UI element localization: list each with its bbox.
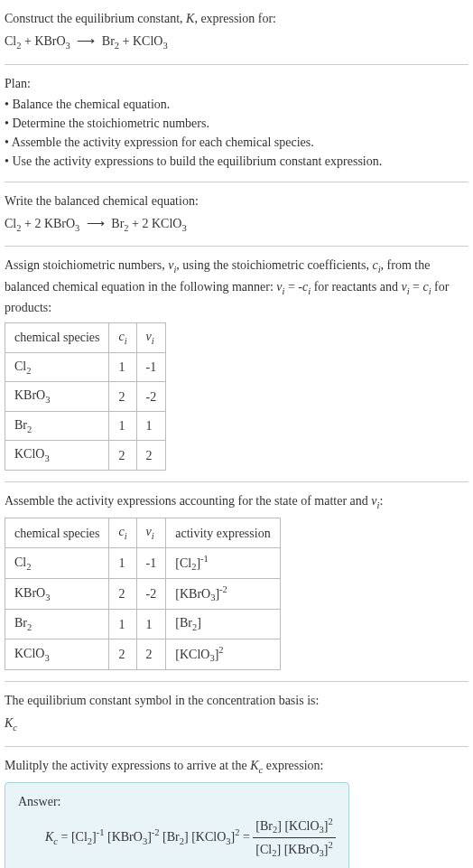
symbol-section: The equilibrium constant symbol in the c…: [5, 691, 468, 735]
table-row: chemical species ci νi: [5, 323, 166, 353]
numerator: [Br2] [KClO3]2: [253, 815, 335, 838]
cell-c: 1: [109, 411, 136, 441]
table-row: KBrO3 2 -2: [5, 382, 166, 412]
cell-c: 2: [109, 382, 136, 412]
cell-species: Cl2: [5, 548, 109, 579]
divider: [5, 481, 468, 482]
plan-item: Balance the chemical equation.: [5, 95, 468, 114]
cell-v: -1: [136, 352, 166, 382]
cell-species: Cl2: [5, 352, 109, 382]
cell-v: -2: [136, 579, 166, 610]
stoich-intro: Assign stoichiometric numbers, νi, using…: [5, 256, 468, 317]
table-row: KBrO3 2 -2 [KBrO3]-2: [5, 579, 281, 610]
table-row: Br2 1 1: [5, 411, 166, 441]
answer-label: Answer:: [18, 792, 336, 811]
plan-list: Balance the chemical equation. Determine…: [5, 95, 468, 171]
header-species: chemical species: [5, 323, 109, 353]
cell-v: 2: [136, 441, 166, 471]
cell-species: KClO3: [5, 441, 109, 471]
balanced-section: Write the balanced chemical equation: Cl…: [5, 191, 468, 236]
cell-c: 1: [109, 548, 136, 579]
cell-v: 1: [136, 610, 166, 639]
cell-expr: [KClO3]2: [166, 639, 280, 669]
cell-species: Br2: [5, 610, 109, 639]
activity-section: Assemble the activity expressions accoun…: [5, 491, 468, 670]
prompt-text: Construct the equilibrium constant,: [5, 12, 186, 25]
cell-v: -2: [136, 382, 166, 412]
denominator: [Cl2] [KBrO3]2: [253, 838, 335, 861]
plan-section: Plan: Balance the chemical equation. Det…: [5, 74, 468, 171]
balanced-title: Write the balanced chemical equation:: [5, 191, 468, 210]
cell-species: KClO3: [5, 639, 109, 669]
initial-equation: Cl2 + KBrO3 ⟶ Br2 + KClO3: [5, 32, 468, 53]
plan-title: Plan:: [5, 74, 468, 93]
cell-c: 2: [109, 579, 136, 610]
header-c: ci: [109, 323, 136, 353]
divider: [5, 246, 468, 247]
cell-c: 2: [109, 639, 136, 669]
table-row: Cl2 1 -1 [Cl2]-1: [5, 548, 281, 579]
cell-expr: [Br2]: [166, 610, 280, 639]
cell-expr: [Cl2]-1: [166, 548, 280, 579]
plan-item: Assemble the activity expression for eac…: [5, 133, 468, 152]
cell-c: 2: [109, 441, 136, 471]
table-row: KClO3 2 2: [5, 441, 166, 471]
table-row: Br2 1 1 [Br2]: [5, 610, 281, 639]
table-row: KClO3 2 2 [KClO3]2: [5, 639, 281, 669]
stoich-table: chemical species ci νi Cl2 1 -1 KBrO3 2 …: [5, 322, 166, 471]
cell-species: Br2: [5, 411, 109, 441]
kc-symbol: Kc: [5, 714, 468, 735]
header-v: νi: [136, 518, 166, 548]
header-c: ci: [109, 518, 136, 548]
symbol-line1: The equilibrium constant symbol in the c…: [5, 691, 468, 710]
cell-c: 1: [109, 352, 136, 382]
answer-box: Answer: Kc = [Cl2]-1 [KBrO3]-2 [Br2] [KC…: [5, 782, 349, 868]
cell-species: KBrO3: [5, 382, 109, 412]
answer-expression: Kc = [Cl2]-1 [KBrO3]-2 [Br2] [KClO3]2 = …: [18, 815, 336, 861]
table-row: Cl2 1 -1: [5, 352, 166, 382]
prompt-text-2: , expression for:: [194, 12, 276, 25]
header-v: νi: [136, 323, 166, 353]
cell-species: KBrO3: [5, 579, 109, 610]
multiply-section: Mulitply the activity expressions to arr…: [5, 756, 468, 868]
activity-table: chemical species ci νi activity expressi…: [5, 518, 281, 670]
divider: [5, 64, 468, 65]
cell-expr: [KBrO3]-2: [166, 579, 280, 610]
table-row: chemical species ci νi activity expressi…: [5, 518, 281, 548]
header-section: Construct the equilibrium constant, K, e…: [5, 9, 468, 53]
divider: [5, 746, 468, 747]
cell-c: 1: [109, 610, 136, 639]
divider: [5, 182, 468, 182]
k-var: K: [186, 12, 194, 25]
activity-intro: Assemble the activity expressions accoun…: [5, 491, 468, 513]
cell-v: 1: [136, 411, 166, 441]
cell-v: -1: [136, 548, 166, 579]
divider: [5, 681, 468, 682]
fraction: [Br2] [KClO3]2 [Cl2] [KBrO3]2: [253, 815, 335, 861]
balanced-equation: Cl2 + 2 KBrO3 ⟶ Br2 + 2 KClO3: [5, 214, 468, 236]
multiply-intro: Mulitply the activity expressions to arr…: [5, 756, 468, 778]
stoich-section: Assign stoichiometric numbers, νi, using…: [5, 256, 468, 471]
cell-v: 2: [136, 639, 166, 669]
plan-item: Determine the stoichiometric numbers.: [5, 114, 468, 133]
header-expr: activity expression: [166, 518, 280, 548]
plan-item: Use the activity expressions to build th…: [5, 152, 468, 171]
header-species: chemical species: [5, 518, 109, 548]
